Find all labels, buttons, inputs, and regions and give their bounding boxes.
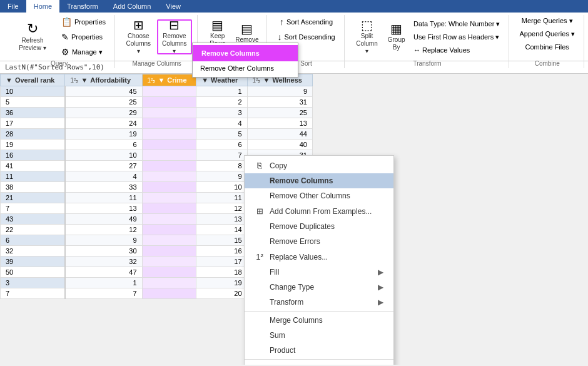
rank-cell: 41 (1, 161, 65, 171)
ctx-item-replace_vals[interactable]: 1²Replace Values... (245, 249, 393, 265)
rank-cell: 39 (1, 257, 65, 267)
col-header-affordability[interactable]: 1²₃ ▼ Affordability (65, 74, 142, 86)
sort-group-label: Sort (300, 59, 312, 68)
ctx-item-remove_cols[interactable]: Remove Columns (245, 173, 393, 188)
manage-button[interactable]: ⚙ Manage ▾ (58, 45, 109, 59)
query-buttons: ↻ Refresh Preview ▾ 📋 Properties ✎ Prope… (9, 15, 109, 59)
sort-desc-icon: ↓ (277, 32, 281, 42)
data-cell (142, 171, 196, 182)
data-cell: 45 (65, 86, 142, 97)
ctx-item-remove_other[interactable]: Remove Other Columns (245, 188, 393, 203)
remove-columns-button[interactable]: ⊟ RemoveColumns ▾ (157, 19, 193, 54)
data-cell: 7 (65, 288, 142, 299)
data-cell: 31 (247, 97, 312, 108)
transform-small-buttons: Data Type: Whole Number ▾ Use First Row … (410, 18, 504, 56)
rank-cell: 19 (1, 140, 65, 150)
rank-cell: 38 (1, 182, 65, 193)
data-cell: 6 (196, 140, 247, 150)
remove_errors-label: Remove Errors (270, 237, 320, 246)
sort-asc-button[interactable]: ↑ Sort Ascending (276, 15, 337, 29)
manage-columns-buttons: ⊞ ChooseColumns ▾ ⊟ RemoveColumns ▾ (121, 15, 192, 59)
transform-group-label: Transform (413, 59, 441, 68)
refresh-preview-button[interactable]: ↻ Refresh Preview ▾ (9, 19, 56, 54)
choose-columns-button[interactable]: ⊞ ChooseColumns ▾ (121, 19, 156, 54)
ctx-item-remove_dups[interactable]: Remove Duplicates (245, 219, 393, 234)
data-cell: 5 (196, 129, 247, 140)
table-row: 196640 (1, 140, 313, 150)
choose-columns-label: ChooseColumns ▾ (126, 33, 151, 55)
rank-cell: 43 (1, 214, 65, 225)
tab-add-column[interactable]: Add Column (106, 0, 159, 13)
sort-asc-label: Sort Ascending (286, 18, 333, 26)
ctx-item-merge_cols[interactable]: Merge Columns (245, 311, 393, 328)
data-cell (142, 214, 196, 225)
group-by-button[interactable]: ▦ GroupBy (384, 19, 408, 54)
ctx-item-fill[interactable]: Fill▶ (245, 265, 393, 280)
remove_dups-label: Remove Duplicates (270, 222, 335, 231)
col-header-overall-rank[interactable]: ▼ Overall rank (1, 74, 65, 86)
data-cell (142, 278, 196, 288)
data-cell (142, 225, 196, 235)
tab-home[interactable]: Home (26, 0, 59, 13)
data-cell: 13 (247, 118, 312, 129)
dropdown-remove-other-columns[interactable]: Remove Other Columns (193, 61, 298, 75)
rank-cell: 11 (1, 171, 65, 182)
data-cell (142, 257, 196, 267)
data-type-button[interactable]: Data Type: Whole Number ▾ (410, 18, 504, 30)
col-overall-rank-filter-icon[interactable]: ▼ (6, 76, 13, 84)
split-column-button[interactable]: ⬚ SplitColumn ▾ (351, 19, 383, 54)
tab-transform[interactable]: Transform (59, 0, 106, 13)
copy-icon: ⎘ (255, 161, 265, 170)
col-affordability-label: Affordability (90, 76, 131, 84)
data-cell: 27 (65, 161, 142, 171)
group_by-label: Group By... (270, 365, 307, 365)
tab-file[interactable]: File (0, 0, 26, 13)
combine-files-button[interactable]: Combine Files (522, 41, 573, 53)
ctx-item-change_type[interactable]: Change Type▶ (245, 280, 393, 295)
data-cell: 9 (196, 171, 247, 182)
change_type-label: Change Type (270, 283, 314, 292)
combine-group-label: Combine (535, 59, 560, 68)
ctx-item-add_col_examples[interactable]: ⊞Add Column From Examples... (245, 203, 393, 219)
replace-values-button[interactable]: ↔ Replace Values (410, 44, 504, 56)
data-cell: 29 (65, 108, 142, 118)
query-small-buttons: 📋 Properties ✎ Properties ⚙ Manage ▾ (58, 15, 109, 59)
col-crime-type: 1²₃ (148, 77, 156, 84)
ctx-item-group_by[interactable]: ▦Group By... (245, 359, 393, 365)
col-affordability-filter-icon[interactable]: ▼ (81, 76, 88, 84)
merge-queries-button[interactable]: Merge Queries ▾ (518, 15, 577, 27)
sum-label: Sum (270, 331, 285, 340)
properties-button[interactable]: 📋 Properties (58, 15, 109, 29)
ctx-item-product[interactable]: Product (245, 343, 393, 358)
data-cell: 17 (196, 257, 247, 267)
ctx-item-remove_errors[interactable]: Remove Errors (245, 234, 393, 249)
col-crime-filter-icon[interactable]: ▼ (158, 76, 165, 84)
data-cell: 4 (65, 171, 142, 182)
transform-arrow: ▶ (378, 298, 383, 307)
refresh-label: Refresh Preview ▾ (13, 37, 52, 52)
remove-columns-dropdown: Remove Columns Remove Other Columns (192, 43, 298, 78)
append-queries-button[interactable]: Append Queries ▾ (515, 28, 579, 40)
col-header-crime[interactable]: 1²₃ ▼ Crime (142, 74, 196, 86)
first-row-headers-label: Use First Row as Headers ▾ (413, 33, 499, 41)
data-cell: 14 (196, 225, 247, 235)
advanced-editor-button[interactable]: ✎ Properties (58, 30, 109, 44)
group_by-icon: ▦ (255, 364, 265, 365)
remove-columns-label: RemoveColumns ▾ (162, 33, 188, 55)
table-area: ▼ Overall rank 1²₃ ▼ Affordability (0, 74, 588, 365)
ctx-item-sum[interactable]: Sum (245, 328, 393, 343)
tab-view[interactable]: View (158, 0, 188, 13)
data-cell (142, 235, 196, 246)
combine-files-label: Combine Files (525, 43, 569, 51)
remove_other-label: Remove Other Columns (270, 191, 350, 200)
ctx-item-copy[interactable]: ⎘Copy (245, 158, 393, 173)
dropdown-remove-columns[interactable]: Remove Columns (193, 45, 298, 61)
data-cell: 19 (196, 278, 247, 288)
data-cell (142, 150, 196, 161)
data-cell: 33 (65, 182, 142, 193)
ctx-item-transform[interactable]: Transform▶ (245, 295, 393, 310)
data-cell: 24 (65, 118, 142, 129)
first-row-headers-button[interactable]: Use First Row as Headers ▾ (410, 31, 504, 43)
sort-desc-button[interactable]: ↓ Sort Descending (273, 30, 338, 44)
fill-arrow: ▶ (378, 268, 383, 277)
